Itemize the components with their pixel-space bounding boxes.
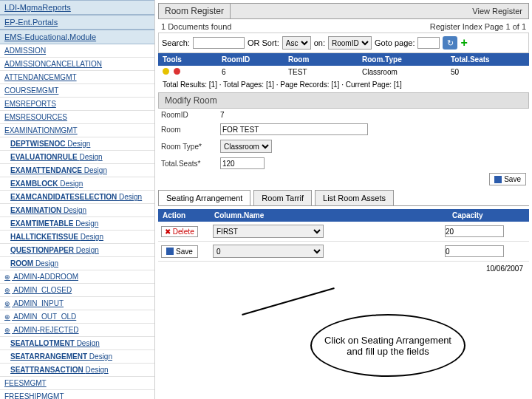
form-seats: Total.Seats* — [158, 155, 529, 171]
th-action: Action — [158, 209, 210, 222]
seating-table-header: Action Column.Name Capacity — [158, 209, 529, 222]
form-type: Room Type* Classroom — [158, 137, 529, 155]
th-type: Room.Type — [358, 53, 446, 66]
sidebar-item-examcandidateselection[interactable]: EXAMCANDIDATESELECTION Design — [0, 191, 154, 204]
view-register-link[interactable]: View Register — [466, 4, 528, 18]
seating-row-2: Save 0 — [158, 242, 529, 262]
sidebar-item-coursemgmt[interactable]: COURSEMGMT — [0, 84, 154, 98]
table-row[interactable]: 6 TEST Classroom 50 — [158, 66, 529, 78]
sidebar-item-admin-closed[interactable]: ⊕ ADMIN_CLOSED — [0, 284, 154, 297]
cell-room: TEST — [284, 66, 358, 78]
goto-label: Goto page: — [375, 38, 415, 47]
tab-list-room-assets[interactable]: List Room Assets — [315, 190, 394, 205]
pager-text: Total Results: [1] · Total Pages: [1] · … — [158, 78, 529, 91]
save-button[interactable]: Save — [489, 173, 526, 185]
page-title: Room Register — [159, 4, 231, 18]
tab-seating-arrangement[interactable]: Seating Arrangement — [158, 190, 250, 205]
add-icon[interactable]: + — [460, 36, 467, 50]
search-label: Search: — [162, 38, 190, 47]
cell-seats: 50 — [446, 66, 529, 78]
tree-icon: ⊕ — [4, 300, 10, 307]
seating-row-1: ✖ Delete FIRST — [158, 222, 529, 242]
search-input[interactable] — [193, 37, 245, 49]
sort-field-select[interactable]: RoomID — [328, 36, 372, 50]
tabs: Seating Arrangement Room Tarrif List Roo… — [158, 190, 529, 206]
sidebar-item-room[interactable]: ROOM Design — [0, 257, 154, 270]
tree-icon: ⊕ — [4, 327, 10, 334]
sidebar-module-ems[interactable]: EMS-Educational.Module — [0, 30, 154, 44]
sidebar-item-emsresources[interactable]: EMSRESOURCES — [0, 111, 154, 124]
cell-roomid: 6 — [217, 66, 284, 78]
seats-label: Total.Seats* — [161, 160, 220, 168]
sidebar-item-attendancemgmt[interactable]: ATTENDANCEMGMT — [0, 71, 154, 84]
sidebar-item-examattendance[interactable]: EXAMATTENDANCE Design — [0, 164, 154, 177]
page-header: Room Register View Register — [158, 3, 529, 19]
sidebar-item-admissioncancellation[interactable]: ADMISSIONCANCELLATION — [0, 58, 154, 71]
search-bar: Search: OR Sort: Asc on: RoomID Goto pag… — [158, 33, 529, 53]
tree-icon: ⊕ — [4, 313, 10, 321]
doc-count: 1 Documents found — [161, 22, 231, 31]
sidebar-item-admin-input[interactable]: ⊕ ADMIN_INPUT — [0, 297, 154, 310]
column-name-select[interactable]: FIRST — [213, 225, 324, 238]
sidebar-item-deptwisenoc[interactable]: DEPTWISENOC Design — [0, 137, 154, 151]
sidebar-item-examination[interactable]: EXAMINATION Design — [0, 204, 154, 217]
tab-room-tarrif[interactable]: Room Tarrif — [253, 190, 312, 205]
row-tools[interactable] — [158, 66, 217, 78]
sidebar-item-evaluationrule[interactable]: EVALUATIONRULE Design — [0, 151, 154, 164]
sidebar-item-feesmgmt[interactable]: FEESMGMT — [0, 377, 154, 390]
sidebar-item-examblock[interactable]: EXAMBLOCK Design — [0, 177, 154, 191]
sidebar-module-ep[interactable]: EP-Ent.Portals — [0, 15, 154, 30]
sidebar-item-admin-addroom[interactable]: ⊕ ADMIN-ADDROOM — [0, 270, 154, 284]
form-room: Room — [158, 121, 529, 137]
sidebar-item-seatarrangement[interactable]: SEATARRANGEMENT Design — [0, 350, 154, 364]
seats-input[interactable] — [220, 157, 265, 169]
sidebar-item-questionpaper[interactable]: QUESTIONPAPER Design — [0, 244, 154, 257]
callout-text: Click on Seating Arrangement and fill up… — [310, 314, 466, 377]
roomid-value: 7 — [220, 111, 225, 119]
sort-dir-select[interactable]: Asc — [282, 36, 311, 50]
go-icon[interactable]: ↻ — [443, 36, 457, 50]
goto-page-input[interactable] — [417, 37, 440, 49]
tree-icon: ⊕ — [4, 273, 10, 281]
edit-icon[interactable] — [163, 68, 169, 75]
sidebar: LDI-MgmaReports EP-Ent.Portals EMS-Educa… — [0, 0, 155, 399]
capacity-input-2[interactable] — [445, 245, 504, 257]
column-name-select-2[interactable]: 0 — [213, 245, 324, 258]
roomid-label: RoomID — [161, 111, 220, 119]
delete-button[interactable]: ✖ Delete — [161, 226, 198, 237]
capacity-input[interactable] — [445, 225, 504, 237]
type-select[interactable]: Classroom — [220, 140, 272, 153]
or-sort-label: OR Sort: — [248, 38, 279, 47]
sidebar-item-admin-rejected[interactable]: ⊕ ADMIN-REJECTED — [0, 324, 154, 337]
th-roomid: RoomID — [217, 53, 284, 66]
th-tools: Tools — [158, 53, 217, 66]
sidebar-item-examinationmgmt[interactable]: EXAMINATIONMGMT — [0, 124, 154, 137]
th-colname: Column.Name — [210, 209, 448, 222]
room-label: Room — [161, 126, 220, 134]
save-row-button[interactable]: Save — [161, 245, 198, 258]
sidebar-module-ldi[interactable]: LDI-MgmaReports — [0, 0, 154, 15]
on-label: on: — [314, 38, 325, 47]
subheader: 1 Documents found Register Index Page 1 … — [158, 21, 529, 33]
sidebar-item-admission[interactable]: ADMISSION — [0, 44, 154, 58]
sidebar-item-emsreports[interactable]: EMSREPORTS — [0, 98, 154, 111]
disk-icon — [166, 248, 174, 255]
sidebar-item-freeshipmgmt[interactable]: FREESHIPMGMT — [0, 390, 154, 399]
disk-icon — [494, 176, 502, 183]
modify-room-header: Modify Room — [158, 92, 529, 109]
cell-type: Classroom — [358, 66, 446, 78]
th-room: Room — [284, 53, 358, 66]
delete-icon[interactable] — [174, 68, 180, 75]
room-input[interactable] — [220, 123, 368, 135]
date-stamp: 10/06/2007 — [158, 262, 529, 276]
sidebar-item-examtimetable[interactable]: EXAMTIMETABLE Design — [0, 217, 154, 231]
sidebar-item-seattransaction[interactable]: SEATTRANSACTION Design — [0, 364, 154, 377]
type-label: Room Type* — [161, 143, 220, 151]
sidebar-item-admin-out-old[interactable]: ⊕ ADMIN_OUT_OLD — [0, 310, 154, 324]
sidebar-item-hallticketissue[interactable]: HALLTICKETISSUE Design — [0, 231, 154, 244]
sidebar-item-seatallotment[interactable]: SEATALLOTMENT Design — [0, 337, 154, 350]
annotation-callout: Click on Seating Arrangement and fill up… — [310, 314, 466, 377]
tree-icon: ⊕ — [4, 287, 10, 294]
page-index: Register Index Page 1 of 1 — [430, 22, 526, 31]
th-capacity: Capacity — [448, 209, 529, 222]
